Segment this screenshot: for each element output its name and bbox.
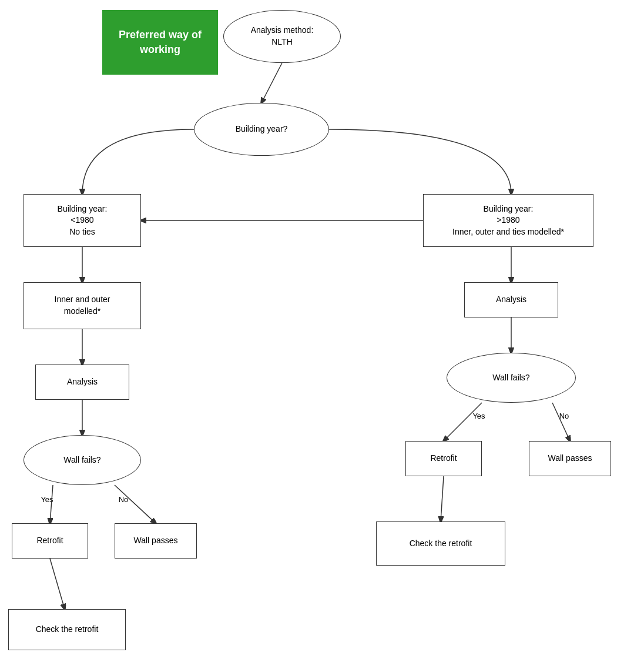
arrow-method-to-buildingyear [261,63,282,103]
wall-passes-left-node: Wall passes [115,523,197,559]
yes-label-left: Yes [32,494,62,506]
flowchart: Preferred way of working Analysis method… [0,0,644,662]
wall-fails-left-label: Wall fails? [63,454,100,466]
analysis-left-label: Analysis [67,376,98,388]
building-year-post1980-label: Building year:>1980Inner, outer and ties… [452,203,564,238]
check-retrofit-right-node: Check the retrofit [376,521,505,566]
wall-passes-right-node: Wall passes [529,441,611,476]
building-year-question-label: Building year? [236,123,288,135]
preferred-way-box: Preferred way of working [102,10,218,75]
building-year-pre1980-label: Building year:<1980No ties [58,203,108,238]
no-label-left: No [112,494,135,506]
arrow-buildingyear-to-post1980 [329,129,511,194]
inner-outer-modelled-left-node: Inner and outermodelled* [24,282,141,329]
building-year-pre1980-node: Building year:<1980No ties [24,194,141,247]
check-retrofit-left-node: Check the retrofit [8,609,126,650]
arrow-retrofit-right-to-checkretrofit-right [441,476,444,521]
analysis-method-label: Analysis method:NLTH [251,25,314,48]
yes-label-right: Yes [464,410,494,422]
check-retrofit-left-label: Check the retrofit [36,624,99,636]
analysis-right-label: Analysis [496,294,526,306]
retrofit-right-label: Retrofit [430,453,457,464]
building-year-post1980-node: Building year:>1980Inner, outer and ties… [423,194,593,247]
wall-fails-left-node: Wall fails? [24,435,141,485]
inner-outer-modelled-left-label: Inner and outermodelled* [55,294,110,317]
retrofit-left-node: Retrofit [12,523,88,559]
retrofit-right-node: Retrofit [405,441,482,476]
wall-passes-left-label: Wall passes [134,535,178,547]
arrow-buildingyear-to-pre1980 [82,129,194,194]
analysis-right-node: Analysis [464,282,558,317]
wall-fails-right-node: Wall fails? [447,353,576,403]
wall-passes-right-label: Wall passes [548,453,592,464]
retrofit-left-label: Retrofit [36,535,63,547]
no-label-right: No [552,410,576,422]
analysis-left-node: Analysis [35,365,129,400]
wall-fails-right-label: Wall fails? [492,372,529,384]
analysis-method-node: Analysis method:NLTH [223,10,341,63]
preferred-way-label: Preferred way of working [102,28,218,57]
arrows-overlay [0,0,644,662]
building-year-question-node: Building year? [194,103,329,156]
arrow-retrofit-left-to-checkretrofit-left [50,559,65,609]
check-retrofit-right-label: Check the retrofit [410,538,472,550]
